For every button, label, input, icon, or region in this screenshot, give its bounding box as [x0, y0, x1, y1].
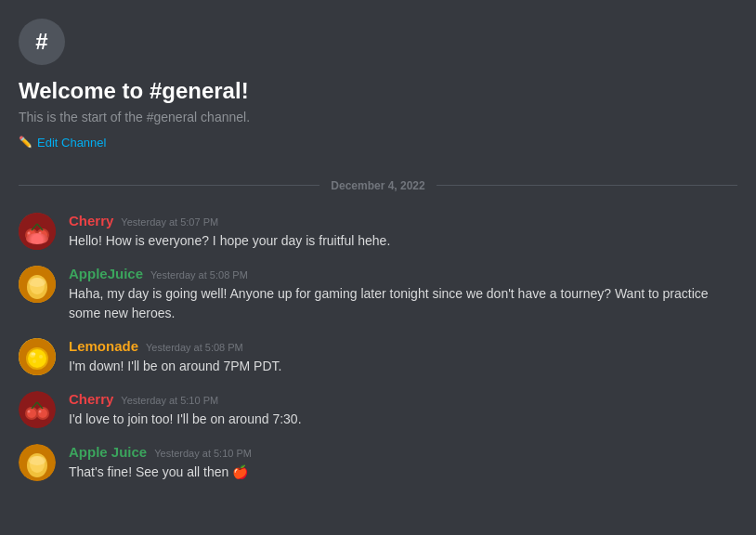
username: Lemonade	[69, 338, 138, 354]
message-header: Cherry Yesterday at 5:07 PM	[69, 213, 737, 228]
channel-title: Welcome to #general!	[19, 78, 737, 104]
table-row: Cherry Yesterday at 5:07 PM Hello! How i…	[19, 207, 737, 256]
edit-channel-button[interactable]: ✏️ Edit Channel	[19, 136, 106, 150]
username: Cherry	[69, 213, 113, 228]
svg-point-4	[38, 230, 47, 240]
message-header: Lemonade Yesterday at 5:08 PM	[69, 338, 737, 354]
message-content: Lemonade Yesterday at 5:08 PM I'm down! …	[69, 338, 737, 376]
message-text: Hello! How is everyone? I hope your day …	[69, 231, 737, 251]
message-content: Apple Juice Yesterday at 5:10 PM That's …	[69, 444, 737, 482]
svg-point-17	[39, 355, 43, 359]
timestamp: Yesterday at 5:08 PM	[150, 269, 248, 281]
message-text: That's fine! See you all then 🍎	[69, 463, 737, 482]
avatar	[19, 213, 56, 250]
channel-icon: #	[19, 19, 65, 65]
table-row: Lemonade Yesterday at 5:08 PM I'm down! …	[19, 333, 737, 382]
pencil-icon: ✏️	[19, 136, 33, 149]
svg-point-19	[32, 352, 36, 355]
message-header: Cherry Yesterday at 5:10 PM	[69, 391, 737, 407]
avatar	[19, 444, 56, 481]
table-row: Cherry Yesterday at 5:10 PM I'd love to …	[19, 385, 737, 435]
table-row: AppleJuice Yesterday at 5:08 PM Haha, my…	[19, 260, 737, 329]
message-header: AppleJuice Yesterday at 5:08 PM	[69, 266, 737, 281]
svg-point-27	[28, 410, 31, 412]
edit-channel-label: Edit Channel	[37, 136, 106, 150]
svg-point-23	[27, 409, 36, 418]
username: Cherry	[69, 391, 113, 407]
timestamp: Yesterday at 5:08 PM	[146, 342, 243, 353]
hash-symbol: #	[35, 31, 47, 53]
messages-container: Cherry Yesterday at 5:07 PM Hello! How i…	[0, 207, 756, 488]
message-text: I'd love to join too! I'll be on around …	[69, 410, 737, 429]
channel-description: This is the start of the #general channe…	[19, 110, 737, 124]
svg-point-3	[27, 230, 36, 240]
svg-point-20	[19, 391, 56, 428]
username: Apple Juice	[69, 444, 147, 460]
date-divider: December 4, 2022	[0, 172, 756, 200]
timestamp: Yesterday at 5:07 PM	[121, 216, 218, 228]
message-text: I'm down! I'll be on around 7PM PDT.	[69, 357, 737, 376]
message-content: Cherry Yesterday at 5:10 PM I'd love to …	[69, 391, 737, 429]
svg-point-32	[29, 456, 46, 465]
table-row: Apple Juice Yesterday at 5:10 PM That's …	[19, 438, 737, 488]
svg-point-7	[28, 231, 31, 234]
avatar	[19, 266, 56, 303]
svg-point-24	[38, 409, 47, 418]
message-text: Haha, my day is going well! Anyone up fo…	[69, 284, 737, 323]
svg-point-12	[29, 278, 46, 287]
message-content: AppleJuice Yesterday at 5:08 PM Haha, my…	[69, 266, 737, 323]
svg-point-0	[19, 213, 56, 250]
channel-header: # Welcome to #general! This is the start…	[0, 0, 756, 164]
message-content: Cherry Yesterday at 5:07 PM Hello! How i…	[69, 213, 737, 251]
message-header: Apple Juice Yesterday at 5:10 PM	[69, 444, 737, 460]
date-divider-text: December 4, 2022	[319, 179, 436, 192]
svg-point-8	[39, 231, 42, 234]
timestamp: Yesterday at 5:10 PM	[121, 395, 218, 406]
svg-point-18	[33, 359, 36, 363]
avatar	[19, 391, 56, 428]
username: AppleJuice	[69, 266, 143, 281]
svg-point-28	[39, 410, 42, 412]
avatar	[19, 338, 56, 375]
svg-point-15	[28, 349, 46, 368]
timestamp: Yesterday at 5:10 PM	[154, 448, 252, 459]
